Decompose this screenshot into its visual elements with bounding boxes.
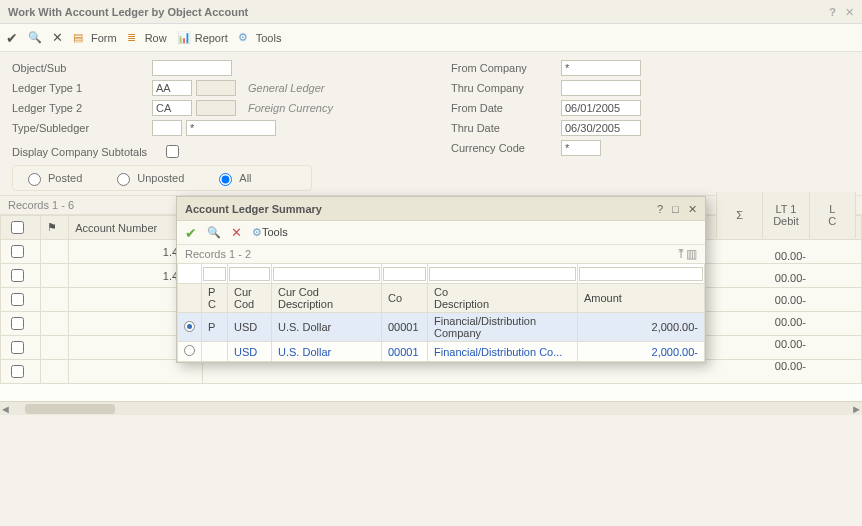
- report-menu[interactable]: 📊Report: [177, 31, 228, 45]
- cell-co: 00001: [382, 342, 428, 362]
- cell-amount: 2,000.00-: [578, 342, 705, 362]
- form-menu[interactable]: ▤Form: [73, 31, 117, 45]
- dialog-help-icon[interactable]: ?: [657, 203, 663, 215]
- dialog-title: Account Ledger Summary: [185, 197, 322, 221]
- currency-code-label: Currency Code: [451, 142, 561, 154]
- ledger-type-1-input[interactable]: [152, 80, 192, 96]
- thru-company-label: Thru Company: [451, 82, 561, 94]
- cell-co: 00001: [382, 313, 428, 342]
- tools-menu[interactable]: ⚙Tools: [238, 31, 282, 45]
- currency-code-input[interactable]: [561, 140, 601, 156]
- cell-lt1-debit: 00.00-: [716, 316, 836, 338]
- post-filter-group: Posted Unposted All: [12, 165, 312, 191]
- display-subtotals-label: Display Company Subtotals: [12, 146, 152, 158]
- dialog-find-icon[interactable]: 🔍: [207, 226, 221, 239]
- ledger-type-2-input[interactable]: [152, 100, 192, 116]
- window-title: Work With Account Ledger by Object Accou…: [8, 0, 248, 24]
- dialog-maximize-icon[interactable]: □: [672, 203, 679, 215]
- table-row[interactable]: USD U.S. Dollar 00001 Financial/Distribu…: [178, 342, 705, 362]
- dialog-close-icon[interactable]: ✕: [688, 203, 697, 215]
- filter-curdesc[interactable]: [273, 267, 380, 281]
- row-checkbox[interactable]: [11, 293, 24, 306]
- all-radio[interactable]: All: [214, 170, 251, 186]
- ledger-type-2-aux[interactable]: [196, 100, 236, 116]
- scroll-right-icon[interactable]: ►: [851, 403, 862, 415]
- table-row[interactable]: P USD U.S. Dollar 00001 Financial/Distri…: [178, 313, 705, 342]
- col-codesc[interactable]: Co Description: [428, 284, 578, 313]
- row-checkbox[interactable]: [11, 365, 24, 378]
- col-lt1-c[interactable]: LC: [810, 192, 856, 238]
- cell-codesc: Financial/Distribution Company: [428, 313, 578, 342]
- object-sub-input[interactable]: [152, 60, 232, 76]
- cell-lt1-debit: 00.00-: [716, 272, 836, 294]
- ledger-type-1-label: Ledger Type 1: [12, 82, 152, 94]
- thru-date-input[interactable]: [561, 120, 641, 136]
- scroll-thumb[interactable]: [25, 404, 115, 414]
- cancel-icon[interactable]: ✕: [52, 30, 63, 45]
- display-subtotals-checkbox[interactable]: [166, 145, 179, 158]
- thru-company-input[interactable]: [561, 80, 641, 96]
- object-sub-label: Object/Sub: [12, 62, 152, 74]
- horizontal-scrollbar[interactable]: ◄ ►: [0, 401, 862, 415]
- cell-codesc: Financial/Distribution Co...: [428, 342, 578, 362]
- type-subledger-label: Type/Subledger: [12, 122, 152, 134]
- from-date-input[interactable]: [561, 100, 641, 116]
- find-icon[interactable]: 🔍: [28, 31, 42, 44]
- col-lt1-debit[interactable]: LT 1 Debit: [763, 192, 809, 238]
- col-amount[interactable]: Amount: [578, 284, 705, 313]
- row-radio[interactable]: [184, 321, 195, 332]
- col-pc[interactable]: P C: [202, 284, 228, 313]
- flag-col-icon: ⚑: [41, 216, 69, 240]
- close-icon[interactable]: ✕: [845, 6, 854, 18]
- row-checkbox[interactable]: [11, 317, 24, 330]
- ok-icon[interactable]: ✔: [6, 30, 18, 46]
- row-checkbox[interactable]: [11, 341, 24, 354]
- cell-amount: 2,000.00-: [578, 313, 705, 342]
- cell-lt1-debit: 00.00-: [716, 250, 836, 272]
- cell-lt1-debit: 00.00-: [716, 360, 836, 382]
- filter-codesc[interactable]: [429, 267, 576, 281]
- right-column-headers: Σ LT 1 Debit LC: [716, 192, 856, 238]
- filter-curcod[interactable]: [229, 267, 270, 281]
- ledger-type-2-label: Ledger Type 2: [12, 102, 152, 114]
- cell-curcod: USD: [228, 313, 272, 342]
- dialog-export-icon[interactable]: ⤒▥: [676, 247, 697, 261]
- row-radio[interactable]: [184, 345, 195, 356]
- from-company-input[interactable]: [561, 60, 641, 76]
- col-sigma[interactable]: Σ: [717, 192, 763, 238]
- cell-account: [69, 360, 203, 384]
- filter-amount[interactable]: [579, 267, 703, 281]
- row-checkbox[interactable]: [11, 269, 24, 282]
- window-titlebar: Work With Account Ledger by Object Accou…: [0, 0, 862, 24]
- filter-co[interactable]: [383, 267, 426, 281]
- scroll-left-icon[interactable]: ◄: [0, 403, 11, 415]
- cell-pc: P: [202, 313, 228, 342]
- ledger-type-2-desc: Foreign Currency: [248, 102, 333, 114]
- thru-date-label: Thru Date: [451, 122, 561, 134]
- row-menu[interactable]: ≣Row: [127, 31, 167, 45]
- cell-lt1-debit: 00.00-: [716, 294, 836, 316]
- help-icon[interactable]: ?: [829, 6, 836, 18]
- filter-pc[interactable]: [203, 267, 226, 281]
- from-date-label: From Date: [451, 102, 561, 114]
- posted-radio[interactable]: Posted: [23, 170, 82, 186]
- cell-lt1-debit: 00.00-: [716, 338, 836, 360]
- ledger-type-1-aux[interactable]: [196, 80, 236, 96]
- select-all-checkbox[interactable]: [11, 221, 24, 234]
- dialog-tools-menu[interactable]: ⚙Tools: [252, 226, 288, 239]
- records-label: Records 1 - 6: [8, 199, 74, 211]
- dialog-cancel-icon[interactable]: ✕: [231, 225, 242, 240]
- cell-curcod: USD: [228, 342, 272, 362]
- unposted-radio[interactable]: Unposted: [112, 170, 184, 186]
- dialog-ok-icon[interactable]: ✔: [185, 225, 197, 241]
- col-curcod[interactable]: Cur Cod: [228, 284, 272, 313]
- col-curdesc[interactable]: Cur Cod Description: [272, 284, 382, 313]
- main-toolbar: ✔ 🔍 ✕ ▤Form ≣Row 📊Report ⚙Tools: [0, 24, 862, 52]
- row-checkbox[interactable]: [11, 245, 24, 258]
- dialog-grid[interactable]: P C Cur Cod Cur Cod Description Co Co De…: [177, 263, 705, 362]
- type-subledger-a-input[interactable]: [152, 120, 182, 136]
- from-company-label: From Company: [451, 62, 561, 74]
- type-subledger-b-input[interactable]: [186, 120, 276, 136]
- col-co[interactable]: Co: [382, 284, 428, 313]
- account-ledger-summary-dialog: Account Ledger Summary ? □ ✕ ✔ 🔍 ✕ ⚙Tool…: [176, 196, 706, 363]
